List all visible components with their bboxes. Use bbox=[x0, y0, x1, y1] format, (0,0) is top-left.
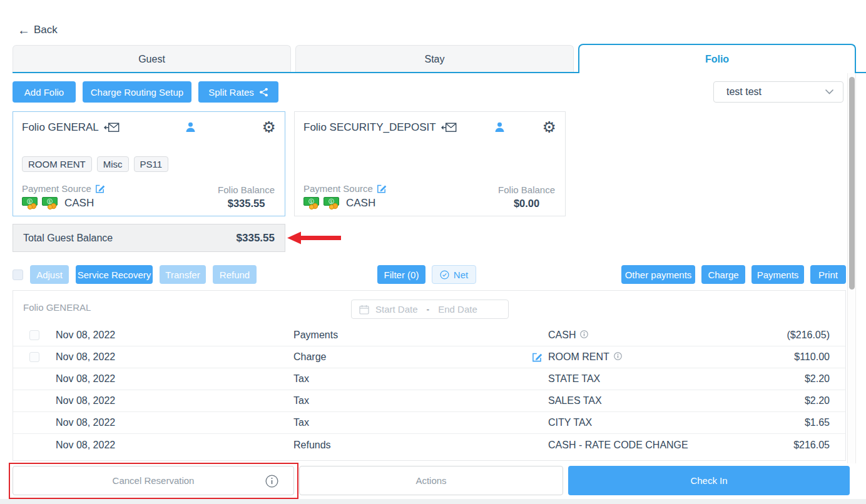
start-date-placeholder[interactable]: Start Date bbox=[375, 304, 418, 315]
info-icon[interactable] bbox=[580, 330, 588, 338]
check-circle-icon bbox=[440, 270, 449, 280]
info-icon[interactable] bbox=[265, 475, 278, 490]
tab-folio[interactable]: Folio bbox=[578, 44, 856, 73]
folio-card-security-deposit: Folio SECURITY_DEPOSIT ⚙ Payment Source bbox=[294, 111, 566, 216]
date-range-picker[interactable]: Start Date - End Date bbox=[351, 300, 509, 319]
row-description: ROOM RENT bbox=[548, 351, 609, 363]
table-row: Nov 08, 2022 Tax CITY TAX $1.65 bbox=[13, 412, 845, 434]
row-description: SALES TAX bbox=[548, 395, 602, 406]
net-toggle[interactable]: Net bbox=[432, 265, 476, 284]
tab-stay[interactable]: Stay bbox=[295, 45, 574, 72]
table-row: Nov 08, 2022 Charge ROOM RENT $110.00 bbox=[13, 346, 845, 368]
row-type: Refunds bbox=[293, 440, 532, 451]
tab-guest[interactable]: Guest bbox=[13, 45, 291, 72]
folio-card-general: Folio GENERAL ⚙ ROOM RENT Misc PS11 Paym… bbox=[13, 111, 285, 216]
split-rates-button[interactable]: Split Rates bbox=[198, 81, 278, 103]
total-guest-balance-value: $335.55 bbox=[237, 232, 275, 244]
add-folio-button[interactable]: Add Folio bbox=[13, 81, 76, 103]
edit-payment-source-icon[interactable] bbox=[377, 184, 387, 194]
guest-person-icon[interactable] bbox=[494, 121, 506, 133]
row-description: CITY TAX bbox=[548, 417, 592, 428]
adjust-button[interactable]: Adjust bbox=[30, 265, 69, 284]
total-guest-balance-label: Total Guest Balance bbox=[23, 233, 113, 244]
payment-source-label: Payment Source bbox=[303, 183, 373, 194]
cash-icon: $ bbox=[22, 196, 39, 209]
transfer-button[interactable]: Transfer bbox=[160, 265, 206, 284]
row-description: STATE TAX bbox=[548, 373, 600, 385]
other-payments-button[interactable]: Other payments bbox=[621, 265, 695, 284]
row-amount: ($216.05) bbox=[736, 330, 830, 341]
payment-method-value: CASH bbox=[346, 197, 375, 209]
service-recovery-button[interactable]: Service Recovery bbox=[76, 265, 153, 284]
calendar-icon bbox=[359, 305, 369, 315]
print-button[interactable]: Print bbox=[810, 265, 846, 284]
row-date: Nov 08, 2022 bbox=[56, 330, 293, 341]
cash-icon: $ bbox=[303, 196, 320, 209]
cancel-reservation-button[interactable]: Cancel Reservation bbox=[13, 466, 294, 495]
cash-icon: $ bbox=[42, 196, 59, 209]
actions-button[interactable]: Actions bbox=[299, 466, 563, 495]
folio-balance-label: Folio Balance bbox=[218, 184, 275, 195]
scrollbar-thumb[interactable] bbox=[849, 77, 855, 290]
guest-selector[interactable]: test test bbox=[713, 81, 843, 103]
charge-button[interactable]: Charge bbox=[701, 265, 745, 284]
transactions-body: Nov 08, 2022 Payments CASH ($216.05) Nov… bbox=[13, 325, 845, 456]
row-amount: $1.65 bbox=[736, 417, 830, 428]
row-amount: $2.20 bbox=[736, 373, 830, 385]
row-type: Tax bbox=[293, 373, 532, 385]
row-amount: $2.20 bbox=[736, 395, 830, 406]
row-checkbox[interactable] bbox=[29, 330, 39, 340]
row-date: Nov 08, 2022 bbox=[56, 440, 293, 451]
transactions-table: Folio GENERAL Start Date - End Date Nov … bbox=[13, 290, 846, 461]
payment-source-label: Payment Source bbox=[22, 183, 91, 194]
row-amount: $110.00 bbox=[736, 351, 830, 363]
folio-balance-value: $335.55 bbox=[228, 198, 265, 209]
tab-bar: Guest Stay Folio bbox=[0, 44, 866, 73]
refund-button[interactable]: Refund bbox=[213, 265, 257, 284]
folio-title: Folio GENERAL bbox=[22, 121, 99, 134]
table-folio-label: Folio GENERAL bbox=[23, 302, 91, 313]
back-arrow-icon: ← bbox=[18, 24, 30, 36]
edit-icon[interactable] bbox=[532, 352, 543, 363]
edit-payment-source-icon[interactable] bbox=[95, 184, 105, 194]
payments-button[interactable]: Payments bbox=[751, 265, 804, 284]
red-arrow-annotation bbox=[287, 231, 341, 248]
net-label: Net bbox=[454, 270, 468, 280]
scrollbar[interactable] bbox=[847, 73, 856, 463]
row-type: Tax bbox=[293, 395, 532, 406]
payment-method-value: CASH bbox=[64, 197, 94, 209]
charge-routing-setup-button[interactable]: Charge Routing Setup bbox=[83, 81, 191, 103]
folio-balance-value: $0.00 bbox=[514, 198, 539, 209]
reservation-folio-page: ← Back Guest Stay Folio Add Folio Charge… bbox=[0, 0, 866, 504]
row-date: Nov 08, 2022 bbox=[56, 417, 293, 428]
row-date: Nov 08, 2022 bbox=[56, 351, 293, 363]
send-message-icon[interactable] bbox=[104, 123, 120, 133]
check-in-button[interactable]: Check In bbox=[568, 466, 850, 495]
tag-ps11[interactable]: PS11 bbox=[134, 156, 169, 172]
select-all-checkbox[interactable] bbox=[13, 270, 23, 280]
row-amount: $216.05 bbox=[736, 440, 830, 451]
table-row: Nov 08, 2022 Payments CASH ($216.05) bbox=[13, 325, 845, 346]
gear-icon[interactable]: ⚙ bbox=[262, 119, 276, 135]
row-description: CASH bbox=[548, 330, 576, 341]
info-icon[interactable] bbox=[614, 352, 622, 360]
split-rates-label: Split Rates bbox=[208, 87, 254, 98]
back-button[interactable]: ← Back bbox=[18, 24, 58, 36]
total-guest-balance: Total Guest Balance $335.55 bbox=[13, 224, 285, 252]
folio-tags: ROOM RENT Misc PS11 bbox=[22, 156, 276, 172]
filter-button[interactable]: Filter (0) bbox=[377, 265, 425, 284]
guest-selector-value: test test bbox=[726, 86, 762, 98]
svg-text:$: $ bbox=[330, 199, 333, 204]
gear-icon[interactable]: ⚙ bbox=[543, 119, 556, 135]
svg-text:$: $ bbox=[48, 199, 51, 204]
end-date-placeholder[interactable]: End Date bbox=[438, 304, 477, 315]
send-message-icon[interactable] bbox=[441, 123, 457, 133]
row-description: CASH - RATE CODE CHANGE bbox=[548, 440, 688, 451]
row-type: Charge bbox=[293, 351, 532, 363]
tag-misc[interactable]: Misc bbox=[97, 156, 129, 172]
guest-person-icon[interactable] bbox=[185, 121, 196, 133]
page-bottom-strip bbox=[0, 499, 866, 504]
row-checkbox[interactable] bbox=[29, 352, 39, 362]
svg-text:$: $ bbox=[310, 199, 313, 204]
tag-room-rent[interactable]: ROOM RENT bbox=[22, 156, 92, 172]
